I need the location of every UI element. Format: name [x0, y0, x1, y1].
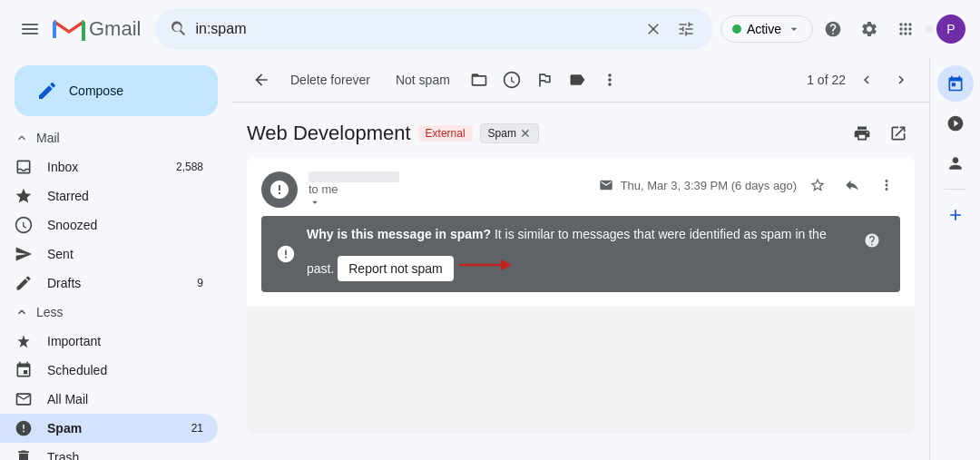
previous-email-button[interactable]: [853, 66, 880, 93]
reply-email-button[interactable]: [838, 171, 866, 199]
spam-count: 21: [191, 422, 203, 435]
star-icon: [15, 187, 33, 205]
gmail-label: Gmail: [89, 17, 141, 41]
spam-icon: [15, 419, 33, 437]
star-email-button[interactable]: [804, 171, 831, 199]
sidebar-item-inbox[interactable]: Inbox 2,588: [0, 152, 218, 181]
settings-button[interactable]: [853, 13, 886, 45]
svg-marker-5: [501, 259, 512, 270]
spam-label: Spam: [47, 421, 177, 436]
sidebar-item-spam[interactable]: Spam 21: [0, 414, 218, 443]
report-not-spam-wrapper: Report not spam: [338, 249, 454, 281]
email-meta: Thu, Mar 3, 3:39 PM (6 days ago): [599, 171, 900, 199]
less-label: Less: [36, 305, 64, 319]
email-date: Thu, Mar 3, 3:39 PM (6 days ago): [621, 179, 797, 192]
sidebar-item-important[interactable]: Important: [0, 327, 218, 356]
snoozed-label: Snoozed: [47, 218, 203, 232]
email-subject-row: Web Development External Spam ✕: [247, 103, 915, 157]
pagination-text: 1 of 22: [807, 73, 846, 87]
trash-label: Trash: [47, 450, 203, 460]
hamburger-button[interactable]: [15, 16, 45, 42]
search-clear-button[interactable]: [641, 16, 666, 42]
more-options-button[interactable]: [595, 65, 624, 94]
sidebar-item-drafts[interactable]: Drafts 9: [0, 269, 218, 298]
all-mail-label: All Mail: [47, 392, 203, 406]
sidebar: Compose Mail Inbox 2,588 Starred: [0, 58, 232, 460]
tasks-button[interactable]: [530, 65, 559, 94]
account-avatar[interactable]: P: [936, 15, 965, 44]
delete-forever-button[interactable]: Delete forever: [279, 67, 381, 93]
email-message: to me Thu, Mar 3, 3:39 PM (6 days ago): [247, 157, 915, 434]
sidebar-item-scheduled[interactable]: Scheduled: [0, 356, 218, 385]
sender-info: to me: [309, 171, 588, 209]
move-to-button[interactable]: [465, 65, 494, 94]
snooze-icon: [15, 216, 33, 234]
sidebar-item-trash[interactable]: Trash: [0, 443, 218, 460]
right-sidebar-contacts-button[interactable]: [937, 145, 974, 181]
sender-avatar: [261, 171, 298, 208]
inbox-icon: [15, 158, 33, 176]
scheduled-icon: [15, 361, 33, 379]
inbox-label: Inbox: [47, 160, 162, 174]
email-subject: Web Development: [247, 122, 411, 145]
compose-button[interactable]: Compose: [15, 65, 218, 116]
right-sidebar-add-button[interactable]: [937, 197, 974, 233]
starred-label: Starred: [47, 189, 203, 203]
pagination-info: 1 of 22: [807, 66, 915, 93]
right-panel: Delete forever Not spam 1 of 22: [232, 58, 929, 460]
sidebar-item-less[interactable]: Less: [0, 298, 232, 327]
search-icon: [170, 20, 188, 38]
search-options-button[interactable]: [673, 16, 699, 42]
labels-button[interactable]: [563, 65, 592, 94]
apps-button[interactable]: [889, 13, 922, 45]
spam-warning-text: Why is this message in spam? It is simil…: [307, 227, 848, 281]
spam-warning-icon: [276, 244, 296, 264]
right-sidebar-calendar-button[interactable]: [937, 65, 974, 102]
topbar-right: Active P: [720, 13, 965, 45]
status-button[interactable]: Active: [720, 15, 813, 43]
back-button[interactable]: [247, 65, 276, 94]
topbar: Gmail Active P: [0, 0, 980, 58]
spam-bold: Why is this message in spam?: [307, 227, 491, 241]
more-email-button[interactable]: [873, 171, 900, 199]
sidebar-item-all-mail[interactable]: All Mail: [0, 385, 218, 414]
sidebar-item-snoozed[interactable]: Snoozed: [0, 210, 218, 240]
search-bar: [155, 8, 712, 50]
open-in-new-button[interactable]: [882, 117, 915, 150]
delete-forever-label: Delete forever: [290, 73, 370, 87]
send-icon: [15, 245, 33, 263]
gmail-logo: Gmail: [53, 17, 141, 41]
spam-help-button[interactable]: [858, 227, 886, 254]
spam-tag-close[interactable]: ✕: [520, 126, 531, 141]
snooze-button[interactable]: [497, 65, 526, 94]
red-arrow: [457, 254, 512, 276]
spam-tag: Spam ✕: [480, 123, 539, 143]
email-content: Web Development External Spam ✕: [232, 103, 929, 460]
not-spam-button[interactable]: Not spam: [385, 67, 461, 93]
status-label: Active: [747, 22, 781, 36]
scheduled-label: Scheduled: [47, 363, 203, 377]
print-button[interactable]: [846, 117, 878, 150]
external-tag: External: [418, 125, 473, 142]
main-layout: Compose Mail Inbox 2,588 Starred: [0, 58, 980, 460]
sender-to: to me: [309, 182, 588, 209]
important-icon: [15, 332, 33, 350]
mail-label: Mail: [36, 131, 60, 145]
sidebar-item-sent[interactable]: Sent: [0, 240, 218, 269]
next-email-button[interactable]: [887, 66, 915, 93]
email-toolbar: Delete forever Not spam 1 of 22: [232, 58, 929, 103]
sidebar-item-starred[interactable]: Starred: [0, 181, 218, 210]
help-button[interactable]: [817, 13, 849, 45]
svg-rect-1: [22, 28, 38, 30]
report-not-spam-label: Report not spam: [348, 261, 443, 276]
svg-rect-2: [22, 33, 38, 34]
email-body: [247, 307, 915, 434]
status-dot: [732, 24, 741, 34]
right-sidebar-tasks-button[interactable]: [937, 105, 974, 142]
inbox-count: 2,588: [176, 161, 203, 173]
trash-icon: [15, 448, 33, 460]
mail-section-header[interactable]: Mail: [0, 123, 232, 152]
report-not-spam-button[interactable]: Report not spam: [338, 256, 454, 281]
right-sidebar-divider: [945, 189, 966, 190]
search-input[interactable]: [195, 21, 632, 37]
